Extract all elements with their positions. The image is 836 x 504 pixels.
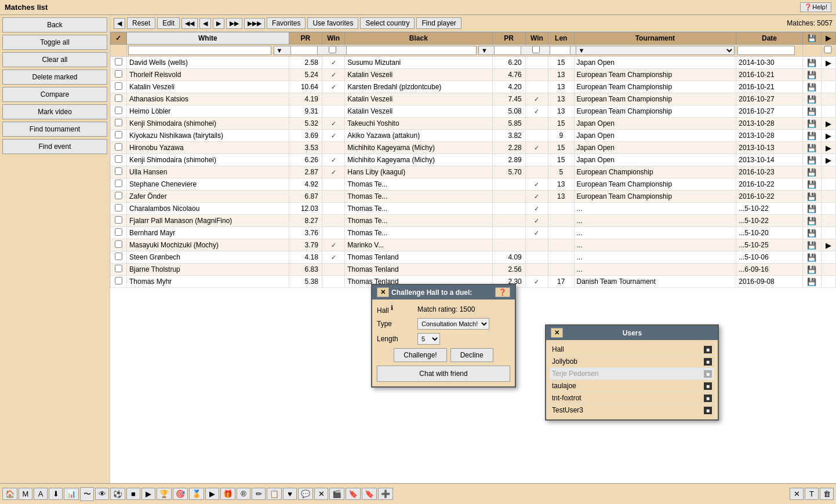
bottom-download[interactable]: ⬇ [49,488,63,500]
table-row[interactable]: Steen Grønbech 4.18 ✓ Thomas Tenland 4.0… [111,251,836,264]
bottom-close[interactable]: ✕ [790,488,804,500]
user-icon-taulajoe[interactable]: ■ [704,382,712,390]
save-button[interactable]: 💾 [807,217,816,225]
row-save[interactable]: 💾 [802,93,821,105]
back-button[interactable]: Back [2,17,107,32]
row-check[interactable] [111,215,127,227]
row-check[interactable] [111,227,127,239]
video-button[interactable]: ▶ [826,156,831,165]
nav-next2-button[interactable]: ▶▶ [226,18,242,29]
bottom-gift[interactable]: 🎁 [220,488,235,500]
video-button[interactable]: ▶ [826,132,831,140]
row-video[interactable]: ▶ [821,57,836,69]
table-row[interactable]: Athanasios Katsios 4.19 Katalin Veszeli … [111,93,836,105]
nav-last-button[interactable]: ▶▶▶ [244,18,265,29]
select-country-button[interactable]: Select country [360,17,415,29]
filter-date-input[interactable] [737,46,794,55]
row-save[interactable]: 💾 [802,276,821,288]
row-check[interactable] [111,276,127,288]
video-button[interactable]: ▶ [826,241,831,250]
row-check[interactable] [111,69,127,81]
table-row[interactable]: Kenji Shimodaira (shimohei) 6.26 ✓ Michi… [111,154,836,166]
bottom-heart[interactable]: ♥ [283,488,297,500]
bottom-play[interactable]: ▶ [141,488,155,500]
save-button[interactable]: 💾 [807,265,816,274]
row-save[interactable]: 💾 [802,251,821,264]
table-row[interactable]: Thorleif Reisvold 5.24 ✓ Katalin Veszeli… [111,69,836,81]
save-button[interactable]: 💾 [807,277,816,286]
save-button[interactable]: 💾 [807,144,816,152]
nav-first-button[interactable]: ◀◀ [181,18,198,29]
favorites-button[interactable]: Favorites [267,17,306,29]
bottom-eye[interactable]: 👁 [95,488,109,500]
filter-tournament-select[interactable]: ▼ [576,46,735,55]
matches-table-container[interactable]: ✓ White PR Win Black PR Win Len Tourname… [110,32,836,483]
row-video[interactable]: ▶ [821,154,836,166]
table-row[interactable]: Heimo Löbler 9.31 Katalin Veszeli 5.08 ✓… [111,105,836,118]
save-button[interactable]: 💾 [807,204,816,213]
user-icon-tnt[interactable]: ■ [704,395,712,402]
bottom-r[interactable]: ® [237,488,250,500]
row-save[interactable]: 💾 [802,166,821,178]
row-save[interactable]: 💾 [802,154,821,166]
bottom-clipboard[interactable]: 📋 [267,488,282,500]
save-button[interactable]: 💾 [807,83,816,92]
row-check[interactable] [111,93,127,105]
row-check[interactable] [111,239,127,251]
mark-video-button[interactable]: Mark video [2,104,107,119]
bottom-wave[interactable]: 〜 [80,487,94,501]
bottom-x[interactable]: ✕ [314,488,328,500]
table-row[interactable]: Charalambos Nicolaou 12.03 Thomas Te... … [111,203,836,215]
row-save[interactable]: 💾 [802,178,821,191]
row-check[interactable] [111,191,127,203]
row-check[interactable] [111,142,127,154]
table-row[interactable]: David Wells (wells) 2.58 ✓ Susumu Mizuta… [111,57,836,69]
find-tournament-button[interactable]: Find tournament [2,122,107,137]
bottom-ball[interactable]: ⚽ [110,488,125,500]
save-button[interactable]: 💾 [807,59,816,67]
row-check[interactable] [111,154,127,166]
row-check[interactable] [111,57,127,69]
row-save[interactable]: 💾 [802,264,821,276]
user-icon-testuser3[interactable]: ■ [704,407,712,414]
save-button[interactable]: 💾 [807,119,816,128]
clear-all-button[interactable]: Clear all [2,52,107,67]
bottom-m[interactable]: M [19,488,32,500]
filter-white-input[interactable] [128,46,271,55]
table-row[interactable]: Ulla Hansen 2.87 ✓ Hans Liby (kaagul) 5.… [111,166,836,178]
filter-black[interactable]: ▼ [345,45,492,57]
save-button[interactable]: 💾 [807,168,816,177]
row-save[interactable]: 💾 [802,118,821,130]
save-button[interactable]: 💾 [807,253,816,262]
decline-button[interactable]: Decline [450,348,493,362]
nav-next-button[interactable]: ▶ [213,18,224,29]
row-save[interactable]: 💾 [802,69,821,81]
nav-back-button[interactable]: ◀ [114,18,125,29]
bottom-medal[interactable]: 🏅 [189,488,204,500]
filter-white[interactable]: ▼ [126,45,289,57]
row-video[interactable]: ▶ [821,118,836,130]
bottom-bookmark2[interactable]: 🔖 [362,488,377,500]
row-check[interactable] [111,251,127,264]
row-check[interactable] [111,105,127,118]
use-favorites-button[interactable]: Use favorites [307,17,358,29]
bottom-target[interactable]: 🎯 [173,488,188,500]
bottom-t[interactable]: T [805,488,819,500]
row-check[interactable] [111,178,127,191]
bottom-plus[interactable]: ➕ [378,488,393,500]
row-video[interactable]: ▶ [821,239,836,251]
row-check[interactable] [111,130,127,142]
filter-win-black-check[interactable] [527,46,545,53]
reset-button[interactable]: Reset [127,17,155,29]
filter-len[interactable] [548,45,575,57]
table-row[interactable]: Fjalarr Pall Manason (MagniFino) 8.27 Th… [111,215,836,227]
filter-pr-black[interactable] [492,45,525,57]
filter-pr-white[interactable] [289,45,322,57]
table-row[interactable]: Kiyokazu Nishikawa (fairytails) 3.69 ✓ A… [111,130,836,142]
row-save[interactable]: 💾 [802,105,821,118]
row-check[interactable] [111,81,127,93]
bottom-trash[interactable]: 🗑 [820,488,834,500]
type-select[interactable]: Consultation Match! Normal Match Friendl… [417,318,489,330]
filter-pr-white-input[interactable] [290,46,318,55]
save-button[interactable]: 💾 [807,71,816,79]
